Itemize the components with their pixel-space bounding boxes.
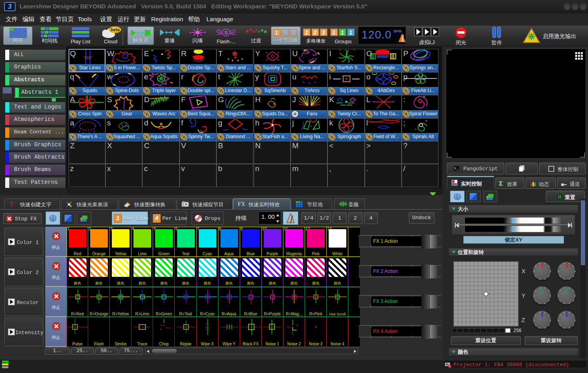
svg-text:S: S	[224, 30, 228, 36]
svg-text:1: 1	[305, 29, 308, 36]
svg-text:Σ: Σ	[499, 180, 503, 186]
svg-text:FX: FX	[238, 201, 245, 207]
svg-text:1: 1	[341, 29, 344, 36]
svg-text:3: 3	[322, 29, 325, 36]
svg-text:1: 1	[332, 29, 335, 36]
svg-text:beta: beta	[111, 27, 120, 32]
svg-text:1: 1	[275, 30, 278, 36]
svg-text:1: 1	[349, 29, 352, 36]
svg-text:2: 2	[313, 29, 317, 36]
